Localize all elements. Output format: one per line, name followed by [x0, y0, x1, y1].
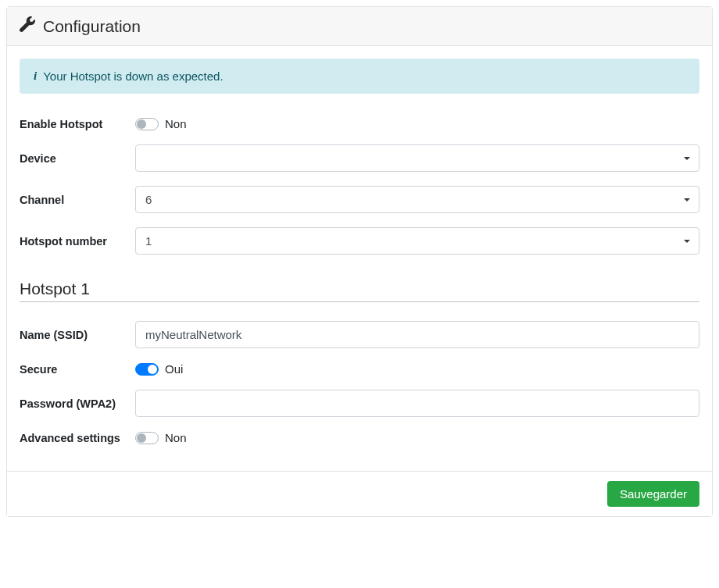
label-device: Device — [20, 152, 135, 165]
hotspot-section-title: Hotspot 1 — [20, 280, 699, 298]
label-enable-hotspot: Enable Hotspot — [20, 118, 135, 130]
input-password[interactable] — [135, 390, 699, 417]
toggle-secure-value: Oui — [165, 362, 183, 376]
panel-footer: Sauvegarder — [7, 471, 712, 516]
toggle-enable-hotspot-value: Non — [165, 117, 187, 130]
panel-header: Configuration — [7, 7, 712, 46]
label-password: Password (WPA2) — [20, 397, 135, 410]
row-device: Device — [20, 144, 699, 172]
select-hotspot-number[interactable]: 1 — [135, 227, 699, 255]
panel-body: i Your Hotspot is down as expected. Enab… — [7, 46, 712, 471]
status-alert: i Your Hotspot is down as expected. — [20, 59, 699, 94]
panel-title: Configuration — [43, 17, 141, 36]
toggle-advanced[interactable] — [135, 432, 159, 444]
label-secure: Secure — [20, 363, 135, 376]
row-advanced: Advanced settings Non — [20, 431, 699, 444]
select-channel[interactable]: 6 — [135, 186, 699, 213]
label-ssid: Name (SSID) — [20, 329, 135, 341]
section-divider — [20, 301, 699, 302]
toggle-enable-hotspot[interactable] — [135, 118, 159, 130]
alert-text: Your Hotspot is down as expected. — [43, 69, 223, 83]
row-enable-hotspot: Enable Hotspot Non — [20, 117, 699, 130]
save-button[interactable]: Sauvegarder — [607, 481, 699, 507]
wrench-icon — [20, 16, 35, 36]
configuration-panel: Configuration i Your Hotspot is down as … — [6, 6, 713, 517]
row-ssid: Name (SSID) — [20, 321, 699, 348]
row-hotspot-number: Hotspot number 1 — [20, 227, 699, 255]
label-advanced: Advanced settings — [20, 432, 135, 444]
label-hotspot-number: Hotspot number — [20, 235, 135, 248]
toggle-advanced-value: Non — [165, 431, 187, 444]
label-channel: Channel — [20, 194, 135, 206]
row-secure: Secure Oui — [20, 362, 699, 376]
info-icon: i — [34, 69, 37, 83]
select-device[interactable] — [135, 144, 699, 172]
toggle-secure[interactable] — [135, 363, 159, 376]
row-password: Password (WPA2) — [20, 390, 699, 417]
row-channel: Channel 6 — [20, 186, 699, 213]
input-ssid[interactable] — [135, 321, 699, 348]
